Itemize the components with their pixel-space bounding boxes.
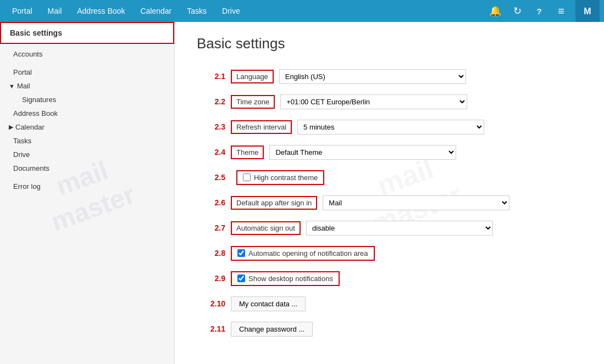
row-theme: 2.4 Theme Default Theme Light Theme Dark… <box>197 143 582 161</box>
row-2-1-label: Language <box>231 70 274 83</box>
sidebar-calendar-label: Calendar <box>15 123 45 131</box>
row-2-1-control: English (US) German French Spanish <box>279 69 466 84</box>
sidebar-mail-group[interactable]: ▼ Mail <box>0 79 174 93</box>
help-icon[interactable]: ? <box>529 1 549 21</box>
row-high-contrast: 2.5 High contrast theme <box>197 169 582 186</box>
row-2-4-control: Default Theme Light Theme Dark Theme <box>269 145 456 160</box>
row-language: 2.1 Language English (US) German French … <box>197 68 582 85</box>
nav-tasks[interactable]: Tasks <box>179 0 214 22</box>
row-timezone: 2.2 Time zone +01:00 CET Europe/Berlin U… <box>197 93 582 110</box>
change-password-button[interactable]: Change password ... <box>231 322 313 337</box>
menu-icon[interactable]: ≡ <box>551 1 571 21</box>
desktop-notifications-label: Show desktop notifications <box>248 275 333 283</box>
sidebar: mail master Basic settings Accounts Port… <box>0 22 175 364</box>
sidebar-accounts[interactable]: Accounts <box>0 47 174 61</box>
row-2-4-number: 2.4 <box>197 148 225 156</box>
row-2-2-control: +01:00 CET Europe/Berlin UTC +02:00 EET <box>280 94 467 109</box>
top-navigation: Portal Mail Address Book Calendar Tasks … <box>0 0 604 22</box>
sidebar-calendar-group[interactable]: ▶ Calendar <box>0 120 174 134</box>
auto-notification-checkbox[interactable] <box>237 249 245 257</box>
mail-expand-arrow: ▼ <box>9 83 15 89</box>
high-contrast-checkbox-group: High contrast theme <box>236 170 324 185</box>
row-2-9-number: 2.9 <box>197 274 225 283</box>
calendar-expand-arrow: ▶ <box>9 124 13 131</box>
row-2-3-number: 2.3 <box>197 122 225 131</box>
refresh-icon[interactable]: ↻ <box>507 1 527 21</box>
settings-table: 2.1 Language English (US) German French … <box>197 68 582 338</box>
row-2-3-label: Refresh interval <box>231 120 292 134</box>
theme-select[interactable]: Default Theme Light Theme Dark Theme <box>269 145 456 160</box>
row-2-2-label: Time zone <box>231 95 275 109</box>
nav-address-book[interactable]: Address Book <box>69 0 132 22</box>
main-content: mail master Basic settings 2.1 Language … <box>175 22 604 364</box>
desktop-notifications-checkbox[interactable] <box>237 275 245 282</box>
row-2-7-label: Automatic sign out <box>231 221 301 235</box>
row-change-password: 2.11 Change password ... <box>197 320 582 338</box>
sidebar-tasks[interactable]: Tasks <box>0 134 174 148</box>
sidebar-signatures[interactable]: Signatures <box>0 93 174 107</box>
row-2-8-number: 2.8 <box>197 249 225 257</box>
bell-icon[interactable]: 🔔 <box>485 1 505 21</box>
auto-notification-checkbox-group: Automatic opening of notification area <box>231 246 375 261</box>
row-contact-data: 2.10 My contact data ... <box>197 295 582 312</box>
sidebar-basic-settings-label: Basic settings <box>10 29 62 37</box>
sidebar-section: Accounts Portal ▼ Mail Signatures Addres… <box>0 44 174 197</box>
nav-icon-group: 🔔 ↻ ? ≡ M <box>485 0 600 22</box>
my-contact-data-button[interactable]: My contact data ... <box>231 296 306 311</box>
row-2-6-label: Default app after sign in <box>231 196 317 210</box>
row-2-11-number: 2.11 <box>197 324 225 333</box>
row-2-6-control: Mail Portal Calendar Tasks Drive <box>323 195 509 210</box>
row-2-10-number: 2.10 <box>197 299 225 308</box>
row-auto-notification: 2.8 Automatic opening of notification ar… <box>197 244 582 262</box>
main-layout: mail master Basic settings Accounts Port… <box>0 22 604 364</box>
row-refresh-interval: 2.3 Refresh interval 5 minutes 10 minute… <box>197 118 582 136</box>
desktop-notification-checkbox-group: Show desktop notifications <box>231 271 340 286</box>
row-desktop-notifications: 2.9 Show desktop notifications <box>197 270 582 287</box>
row-2-2-number: 2.2 <box>197 97 225 106</box>
logo-button[interactable]: M <box>575 0 600 22</box>
page-title: Basic settings <box>197 35 582 52</box>
high-contrast-label: High contrast theme <box>254 173 318 182</box>
row-2-7-control: disable 15 minutes 30 minutes 1 hour <box>306 221 493 236</box>
sidebar-portal[interactable]: Portal <box>0 65 174 79</box>
sidebar-documents[interactable]: Documents <box>0 161 174 175</box>
auto-notification-label: Automatic opening of notification area <box>248 249 368 257</box>
row-2-3-control: 5 minutes 10 minutes 15 minutes 30 minut… <box>297 120 484 135</box>
default-app-select[interactable]: Mail Portal Calendar Tasks Drive <box>323 195 509 210</box>
auto-signout-select[interactable]: disable 15 minutes 30 minutes 1 hour <box>306 221 493 236</box>
language-select[interactable]: English (US) German French Spanish <box>279 69 466 84</box>
sidebar-mail-label: Mail <box>17 82 30 90</box>
sidebar-addressbook[interactable]: Address Book <box>0 107 174 120</box>
row-2-7-number: 2.7 <box>197 223 225 232</box>
nav-portal[interactable]: Portal <box>4 0 40 22</box>
row-2-1-number: 2.1 <box>197 72 225 81</box>
row-auto-signout: 2.7 Automatic sign out disable 15 minute… <box>197 219 582 237</box>
row-2-4-label: Theme <box>231 145 264 159</box>
row-default-app: 2.6 Default app after sign in Mail Porta… <box>197 194 582 211</box>
sidebar-basic-settings[interactable]: Basic settings <box>0 22 174 44</box>
nav-items: Portal Mail Address Book Calendar Tasks … <box>4 0 485 22</box>
timezone-select[interactable]: +01:00 CET Europe/Berlin UTC +02:00 EET <box>280 94 467 109</box>
nav-calendar[interactable]: Calendar <box>132 0 179 22</box>
nav-drive[interactable]: Drive <box>214 0 248 22</box>
svg-text:M: M <box>584 7 591 16</box>
refresh-interval-select[interactable]: 5 minutes 10 minutes 15 minutes 30 minut… <box>297 120 484 135</box>
nav-mail[interactable]: Mail <box>40 0 70 22</box>
sidebar-drive[interactable]: Drive <box>0 148 174 161</box>
logo-icon: M <box>580 4 595 18</box>
sidebar-error-log[interactable]: Error log <box>0 180 174 193</box>
high-contrast-checkbox[interactable] <box>243 173 251 181</box>
row-2-5-number: 2.5 <box>197 173 225 182</box>
row-2-6-number: 2.6 <box>197 198 225 207</box>
